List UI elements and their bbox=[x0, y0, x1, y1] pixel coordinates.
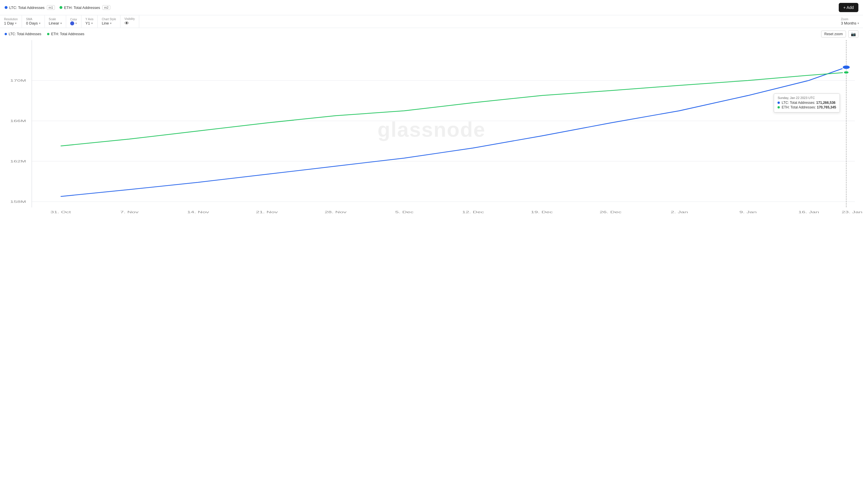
chart-controls: Reset zoom 📷 bbox=[821, 30, 859, 38]
chevron-down-icon: ▾ bbox=[15, 22, 16, 25]
chart-legend-item-eth: ETH: Total Addresses bbox=[47, 32, 84, 36]
svg-text:158M: 158M bbox=[10, 200, 26, 204]
control-color-label: Color bbox=[70, 18, 77, 21]
control-yaxis-select[interactable]: Y1 ▾ bbox=[86, 21, 93, 25]
svg-text:170M: 170M bbox=[10, 79, 26, 82]
ltc-line bbox=[61, 67, 846, 196]
svg-text:31. Oct: 31. Oct bbox=[51, 210, 71, 214]
legend-dot-ltc bbox=[4, 6, 8, 9]
controls-bar: Resolution 1 Day ▾ SMA 0 Days ▾ Scale Li… bbox=[0, 15, 863, 28]
add-button[interactable]: + Add bbox=[839, 3, 859, 12]
control-chart-style-label: Chart Style bbox=[102, 17, 116, 21]
chevron-down-icon: ▾ bbox=[858, 22, 859, 25]
svg-text:23. Jan: 23. Jan bbox=[842, 210, 862, 214]
legend-item-ltc: LTC: Total Addresses m1 bbox=[4, 5, 55, 10]
control-chart-style-select[interactable]: Line ▾ bbox=[102, 21, 116, 25]
svg-text:21. Nov: 21. Nov bbox=[256, 210, 278, 214]
control-yaxis: Y Axis Y1 ▾ bbox=[82, 15, 98, 28]
control-resolution-select[interactable]: 1 Day ▾ bbox=[4, 21, 17, 25]
chevron-down-icon: ▾ bbox=[75, 22, 77, 25]
legend-badge-ltc: m1 bbox=[47, 5, 54, 10]
control-visibility-label: Visibility bbox=[124, 17, 135, 21]
svg-text:166M: 166M bbox=[10, 119, 26, 123]
svg-text:162M: 162M bbox=[10, 159, 26, 163]
svg-text:19. Dec: 19. Dec bbox=[531, 210, 553, 214]
control-zoom: Zoom 3 Months ▾ bbox=[837, 15, 863, 28]
legend-items: LTC: Total Addresses m1 ETH: Total Addre… bbox=[4, 5, 110, 10]
chart-svg: 158M 162M 166M 170M 31. Oct 7. Nov 14. N… bbox=[0, 40, 863, 219]
svg-text:9. Jan: 9. Jan bbox=[739, 210, 757, 214]
svg-text:28. Nov: 28. Nov bbox=[325, 210, 347, 214]
legend-badge-eth: m2 bbox=[102, 5, 110, 10]
svg-text:26. Dec: 26. Dec bbox=[600, 210, 622, 214]
control-sma-label: SMA bbox=[26, 17, 40, 21]
control-sma-select[interactable]: 0 Days ▾ bbox=[26, 21, 40, 25]
chart-legend-dot-ltc bbox=[4, 33, 7, 35]
control-scale: Scale Linear ▾ bbox=[45, 15, 66, 28]
svg-text:12. Dec: 12. Dec bbox=[462, 210, 484, 214]
camera-button[interactable]: 📷 bbox=[848, 30, 859, 38]
svg-rect-0 bbox=[32, 40, 852, 207]
legend-label-eth: ETH: Total Addresses bbox=[64, 5, 100, 10]
control-resolution-label: Resolution bbox=[4, 17, 17, 21]
chart-legend-row: LTC: Total Addresses ETH: Total Addresse… bbox=[0, 28, 863, 40]
control-zoom-select[interactable]: 3 Months ▾ bbox=[841, 21, 859, 25]
chart-legend-dot-eth bbox=[47, 33, 49, 35]
svg-text:14. Nov: 14. Nov bbox=[187, 210, 209, 214]
control-resolution: Resolution 1 Day ▾ bbox=[0, 15, 22, 28]
ltc-tooltip-dot bbox=[842, 65, 850, 69]
chevron-down-icon: ▾ bbox=[60, 22, 62, 25]
control-color-select[interactable]: ▾ bbox=[70, 21, 77, 25]
svg-text:16. Jan: 16. Jan bbox=[798, 210, 819, 214]
control-scale-select[interactable]: Linear ▾ bbox=[49, 21, 62, 25]
control-visibility: Visibility 👁 bbox=[121, 15, 139, 28]
legend-label-ltc: LTC: Total Addresses bbox=[9, 5, 45, 10]
control-zoom-label: Zoom bbox=[841, 17, 859, 21]
header-bar: LTC: Total Addresses m1 ETH: Total Addre… bbox=[0, 0, 863, 15]
chevron-down-icon: ▾ bbox=[110, 22, 112, 25]
color-dot bbox=[70, 21, 74, 25]
reset-zoom-button[interactable]: Reset zoom bbox=[821, 30, 846, 38]
control-scale-label: Scale bbox=[49, 17, 62, 21]
eth-line bbox=[61, 73, 846, 146]
svg-text:2. Jan: 2. Jan bbox=[671, 210, 688, 214]
svg-text:7. Nov: 7. Nov bbox=[120, 210, 139, 214]
chart-legend-label-ltc: LTC: Total Addresses bbox=[9, 32, 41, 36]
legend-dot-eth bbox=[60, 6, 62, 9]
control-chart-style: Chart Style Line ▾ bbox=[98, 15, 120, 28]
chart-legend-item-ltc: LTC: Total Addresses bbox=[4, 32, 41, 36]
chart-container[interactable]: 158M 162M 166M 170M 31. Oct 7. Nov 14. N… bbox=[0, 40, 863, 219]
svg-text:5. Dec: 5. Dec bbox=[395, 210, 414, 214]
legend-item-eth: ETH: Total Addresses m2 bbox=[60, 5, 110, 10]
chart-area: LTC: Total Addresses ETH: Total Addresse… bbox=[0, 28, 863, 219]
chart-legend-label-eth: ETH: Total Addresses bbox=[51, 32, 84, 36]
chart-legend: LTC: Total Addresses ETH: Total Addresse… bbox=[4, 32, 84, 36]
eth-tooltip-dot bbox=[843, 71, 849, 74]
eye-icon: 👁 bbox=[124, 21, 129, 26]
chevron-down-icon: ▾ bbox=[91, 22, 93, 25]
control-yaxis-label: Y Axis bbox=[86, 17, 93, 21]
control-color: Color ▾ bbox=[66, 15, 82, 28]
chevron-down-icon: ▾ bbox=[39, 22, 40, 25]
control-sma: SMA 0 Days ▾ bbox=[22, 15, 45, 28]
control-visibility-toggle[interactable]: 👁 bbox=[124, 21, 135, 26]
